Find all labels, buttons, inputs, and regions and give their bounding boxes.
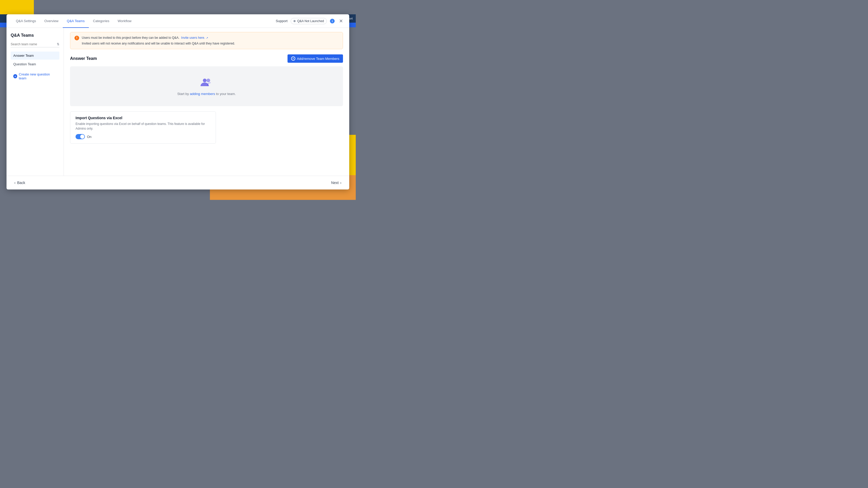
tab-qa-teams[interactable]: Q&A Teams	[63, 14, 89, 28]
sidebar: Q&A Teams ⇅ Answer Team Question Team + …	[6, 28, 64, 176]
add-remove-members-button[interactable]: + Add/remove Team Members	[287, 55, 343, 63]
import-title: Import Questions via Excel	[75, 116, 210, 120]
decorative-yellow-top	[0, 0, 34, 14]
external-link-icon: ↗	[206, 36, 208, 40]
adding-members-link[interactable]: adding members	[190, 92, 215, 96]
qa-status-badge: Q&A Not Launched	[291, 18, 327, 24]
empty-state: Start by adding members to your team.	[70, 66, 343, 106]
support-link[interactable]: Support	[276, 19, 288, 23]
section-title: Answer Team	[70, 56, 97, 61]
tab-overview[interactable]: Overview	[40, 14, 62, 28]
modal-header: Q&A Settings Overview Q&A Teams Categori…	[6, 14, 349, 28]
modal: Q&A Settings Overview Q&A Teams Categori…	[6, 14, 349, 190]
section-header: Answer Team + Add/remove Team Members	[70, 55, 343, 63]
team-icon	[200, 77, 213, 88]
import-section: Import Questions via Excel Enable import…	[70, 111, 216, 144]
svg-point-1	[207, 78, 210, 82]
add-members-plus-icon: +	[291, 57, 295, 61]
search-input[interactable]	[11, 41, 59, 47]
tab-workflow[interactable]: Workflow	[114, 14, 136, 28]
search-input-wrap: ⇅	[11, 41, 59, 47]
close-button[interactable]: ✕	[338, 18, 344, 24]
next-button[interactable]: Next ›	[329, 179, 344, 186]
next-chevron-icon: ›	[340, 181, 341, 185]
modal-header-right: Support Q&A Not Launched i ✕	[276, 18, 344, 24]
main-content: ! Users must be invited to this project …	[64, 28, 349, 176]
modal-body: Q&A Teams ⇅ Answer Team Question Team + …	[6, 28, 349, 176]
sort-icon[interactable]: ⇅	[57, 42, 59, 46]
modal-tabs: Q&A Settings Overview Q&A Teams Categori…	[12, 14, 276, 28]
warning-text: Users must be invited to this project be…	[82, 35, 235, 46]
toggle-knob	[80, 135, 84, 139]
back-button[interactable]: ‹ Back	[12, 179, 28, 186]
back-chevron-icon: ‹	[14, 181, 16, 185]
invite-users-link[interactable]: Invite users here. ↗	[181, 35, 208, 40]
modal-footer: ‹ Back Next ›	[6, 176, 349, 190]
create-new-question-team-button[interactable]: + Create new question team	[11, 71, 59, 82]
tab-qa-settings[interactable]: Q&A Settings	[12, 14, 40, 28]
info-icon[interactable]: i	[330, 19, 335, 24]
qa-badge-dot	[293, 20, 296, 22]
tab-categories[interactable]: Categories	[89, 14, 114, 28]
sidebar-item-answer-team[interactable]: Answer Team	[11, 52, 59, 60]
warning-icon: !	[74, 36, 79, 40]
sidebar-item-question-team[interactable]: Question Team	[11, 60, 59, 68]
empty-state-text: Start by adding members to your team.	[177, 92, 236, 96]
warning-banner: ! Users must be invited to this project …	[70, 32, 343, 49]
toggle-label: On	[87, 135, 91, 139]
sidebar-title: Q&A Teams	[11, 33, 59, 38]
import-description: Enable importing questions via Excel on …	[75, 122, 210, 131]
toggle-row: On	[75, 134, 210, 139]
svg-point-0	[203, 78, 207, 82]
create-plus-icon: +	[13, 74, 17, 78]
import-toggle[interactable]	[75, 134, 85, 139]
